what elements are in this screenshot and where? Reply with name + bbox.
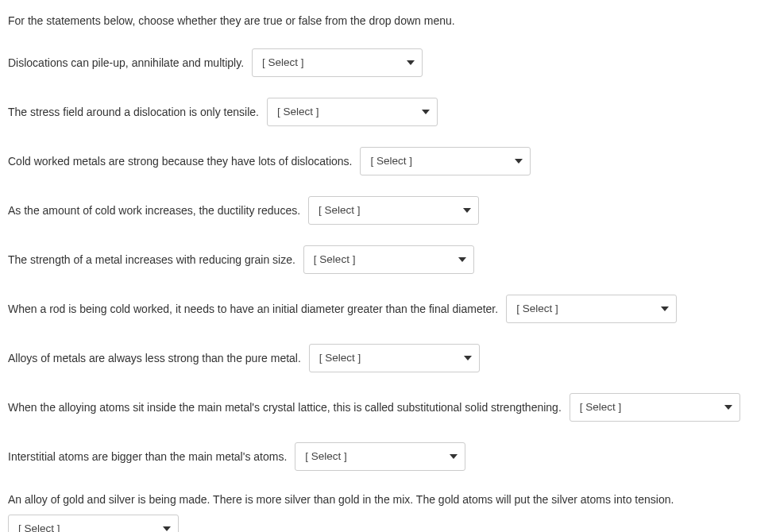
select-wrap: [ Select ] xyxy=(295,442,465,471)
instructions-text: For the statements below, choose whether… xyxy=(8,13,772,29)
answer-select[interactable]: [ Select ] xyxy=(295,442,465,471)
question-text: The stress field around a dislocation is… xyxy=(8,104,259,121)
answer-select[interactable]: [ Select ] xyxy=(308,196,479,225)
answer-select[interactable]: [ Select ] xyxy=(506,295,677,323)
question-text: As the amount of cold work increases, th… xyxy=(8,202,300,219)
select-wrap: [ Select ] xyxy=(570,393,740,422)
question-text: When a rod is being cold worked, it need… xyxy=(8,301,498,318)
answer-select[interactable]: [ Select ] xyxy=(8,515,179,532)
question-row: An alloy of gold and silver is being mad… xyxy=(8,492,772,532)
select-wrap: [ Select ] xyxy=(308,196,479,225)
answer-select[interactable]: [ Select ] xyxy=(267,98,438,126)
question-row: Dislocations can pile-up, annihilate and… xyxy=(8,48,772,77)
select-wrap: [ Select ] xyxy=(360,147,531,175)
answer-select[interactable]: [ Select ] xyxy=(309,344,480,372)
question-row: As the amount of cold work increases, th… xyxy=(8,196,772,225)
question-text: Alloys of metals are always less strong … xyxy=(8,350,301,367)
select-wrap: [ Select ] xyxy=(309,344,480,372)
select-wrap: [ Select ] xyxy=(303,245,474,274)
question-row: Interstitial atoms are bigger than the m… xyxy=(8,442,772,471)
question-text: An alloy of gold and silver is being mad… xyxy=(8,492,674,508)
question-row: The stress field around a dislocation is… xyxy=(8,98,772,126)
select-wrap: [ Select ] xyxy=(252,48,423,77)
select-wrap: [ Select ] xyxy=(267,98,438,126)
question-row: Cold worked metals are strong because th… xyxy=(8,147,772,175)
answer-select[interactable]: [ Select ] xyxy=(570,393,740,422)
question-text: Dislocations can pile-up, annihilate and… xyxy=(8,55,244,71)
question-text: The strength of a metal increases with r… xyxy=(8,252,295,268)
answer-select[interactable]: [ Select ] xyxy=(303,245,474,274)
question-text: When the alloying atoms sit inside the m… xyxy=(8,399,562,416)
select-wrap: [ Select ] xyxy=(506,295,677,323)
question-row: When the alloying atoms sit inside the m… xyxy=(8,393,772,422)
question-row: The strength of a metal increases with r… xyxy=(8,245,772,274)
select-wrap: [ Select ] xyxy=(8,515,179,532)
question-row: When a rod is being cold worked, it need… xyxy=(8,295,772,323)
answer-select[interactable]: [ Select ] xyxy=(360,147,531,175)
answer-select[interactable]: [ Select ] xyxy=(252,48,423,77)
question-text: Interstitial atoms are bigger than the m… xyxy=(8,449,287,465)
question-row: Alloys of metals are always less strong … xyxy=(8,344,772,372)
question-text: Cold worked metals are strong because th… xyxy=(8,153,352,170)
